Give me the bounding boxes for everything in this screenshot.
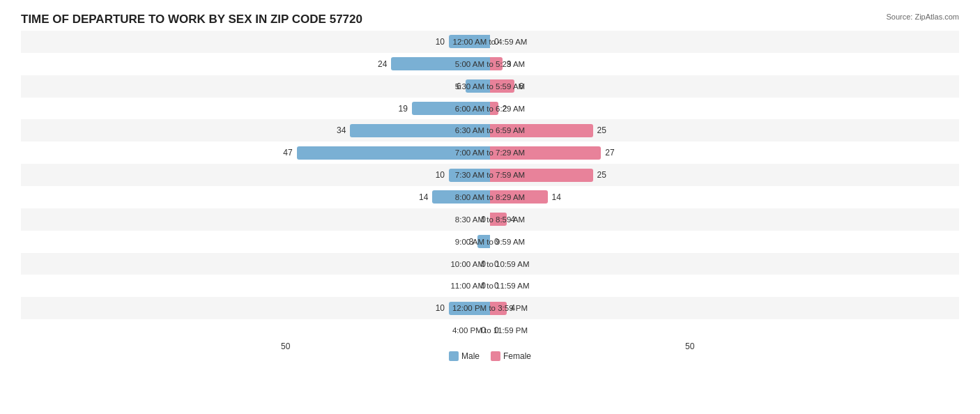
female-value-label: 4 bbox=[491, 303, 515, 313]
row-time-label: 10:00 AM to 10:59 AM bbox=[450, 260, 529, 268]
female-value-label: 2 bbox=[491, 104, 507, 114]
row-time-label: 4:00 PM to 11:59 PM bbox=[452, 326, 528, 335]
female-value-label: 0 bbox=[491, 325, 499, 335]
male-value-label: 3 bbox=[469, 237, 489, 247]
female-value-label: 27 bbox=[491, 148, 615, 158]
rows-container: 12:00 AM to 4:59 AM1005:00 AM to 5:29 AM… bbox=[21, 31, 959, 342]
male-value-label: 47 bbox=[283, 148, 489, 158]
male-value-label: 0 bbox=[481, 215, 489, 224]
chart-row: 5:00 AM to 5:29 AM243 bbox=[21, 53, 959, 75]
chart-row: 8:00 AM to 8:29 AM1414 bbox=[21, 186, 959, 208]
axis-label-right: 50 bbox=[685, 342, 694, 351]
chart-row: 7:30 AM to 7:59 AM1025 bbox=[21, 164, 959, 186]
chart-row: 4:00 PM to 11:59 PM00 bbox=[21, 319, 959, 342]
chart-row: 6:30 AM to 6:59 AM3425 bbox=[21, 119, 959, 141]
female-value-label: 14 bbox=[491, 192, 561, 202]
female-value-label: 4 bbox=[491, 215, 515, 224]
male-value-label: 19 bbox=[399, 104, 489, 114]
source-text: Source: ZipAtlas.com bbox=[886, 13, 959, 21]
male-value-label: 0 bbox=[481, 325, 489, 335]
chart-row: 8:30 AM to 8:59 AM04 bbox=[21, 208, 959, 231]
male-value-label: 0 bbox=[481, 259, 489, 269]
chart-row: 7:00 AM to 7:29 AM4727 bbox=[21, 141, 959, 164]
female-value-label: 0 bbox=[491, 237, 499, 247]
female-value-label: 6 bbox=[491, 82, 523, 91]
female-value-label: 25 bbox=[491, 125, 606, 135]
legend: Male Female bbox=[449, 351, 531, 361]
row-time-label: 9:00 AM to 9:59 AM bbox=[455, 238, 525, 246]
row-time-label: 11:00 AM to 11:59 AM bbox=[450, 282, 529, 290]
male-value-label: 10 bbox=[436, 170, 489, 180]
legend-male-box bbox=[449, 351, 459, 361]
axis-label-left: 50 bbox=[281, 342, 290, 351]
chart-row: 9:00 AM to 9:59 AM30 bbox=[21, 231, 959, 253]
chart-row: 5:30 AM to 5:59 AM66 bbox=[21, 75, 959, 98]
legend-male-label: Male bbox=[461, 351, 480, 361]
chart-container: TIME OF DEPARTURE TO WORK BY SEX IN ZIP … bbox=[0, 0, 980, 414]
legend-female-label: Female bbox=[503, 351, 531, 361]
female-value-label: 0 bbox=[491, 259, 499, 269]
legend-female: Female bbox=[491, 351, 531, 361]
male-value-label: 14 bbox=[419, 192, 489, 202]
chart-row: 6:00 AM to 6:29 AM192 bbox=[21, 98, 959, 120]
chart-area: 12:00 AM to 4:59 AM1005:00 AM to 5:29 AM… bbox=[21, 31, 959, 362]
male-value-label: 6 bbox=[457, 82, 489, 91]
chart-row: 12:00 AM to 4:59 AM100 bbox=[21, 31, 959, 53]
male-value-label: 34 bbox=[337, 125, 489, 135]
female-value-label: 0 bbox=[491, 37, 499, 47]
male-value-label: 10 bbox=[436, 303, 489, 313]
male-value-label: 0 bbox=[481, 281, 489, 291]
chart-row: 12:00 PM to 3:59 PM104 bbox=[21, 297, 959, 319]
female-value-label: 3 bbox=[491, 59, 511, 69]
chart-row: 11:00 AM to 11:59 AM00 bbox=[21, 275, 959, 297]
legend-male: Male bbox=[449, 351, 480, 361]
male-value-label: 24 bbox=[378, 59, 489, 69]
male-value-label: 10 bbox=[436, 37, 489, 47]
female-value-label: 25 bbox=[491, 170, 606, 180]
chart-row: 10:00 AM to 10:59 AM00 bbox=[21, 253, 959, 275]
female-value-label: 0 bbox=[491, 281, 499, 291]
chart-title: TIME OF DEPARTURE TO WORK BY SEX IN ZIP … bbox=[21, 13, 959, 26]
legend-female-box bbox=[491, 351, 500, 361]
